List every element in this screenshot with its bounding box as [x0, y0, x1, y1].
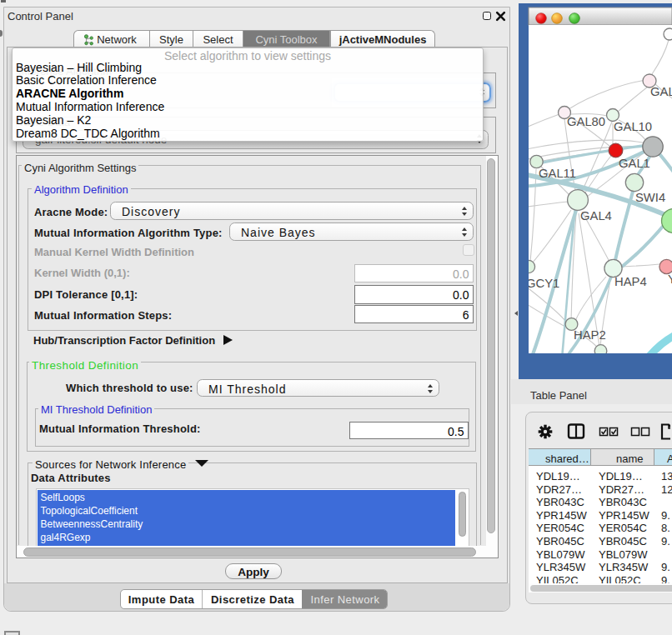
svg-text:GAL11: GAL11: [539, 167, 576, 180]
svg-text:HAP4: HAP4: [614, 275, 647, 288]
svg-text:YEL: YEL: [668, 272, 672, 286]
svg-text:GAL10: GAL10: [614, 120, 652, 133]
svg-text:GAL4: GAL4: [580, 209, 612, 222]
svg-text:GAL7: GAL7: [650, 85, 672, 98]
svg-text:SWI4: SWI4: [635, 191, 665, 204]
svg-text:GAL1: GAL1: [619, 157, 650, 170]
svg-text:HAP2: HAP2: [574, 328, 606, 342]
svg-text:GAL80: GAL80: [567, 115, 605, 128]
svg-text:GCY1: GCY1: [526, 277, 559, 290]
